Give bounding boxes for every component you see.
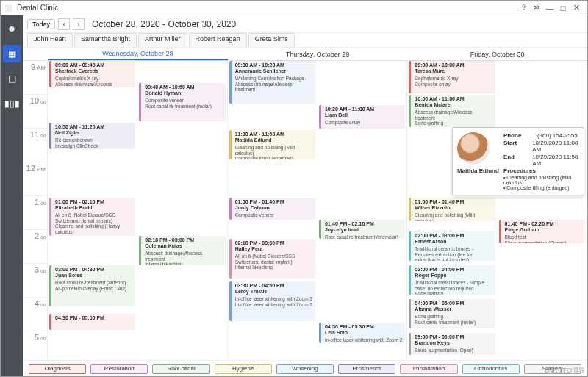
appointment[interactable]: 03:30 PM - 04:50 PMLeroy ThistleIn-offic…: [229, 281, 315, 321]
watermark: @51CTO博客: [544, 366, 585, 376]
app-logo: [5, 4, 12, 12]
appointment[interactable]: 02:10 PM - 03:00 PMColeman KulasAbscess …: [139, 236, 225, 265]
nav-user-icon[interactable]: ☻: [3, 20, 21, 37]
appointment[interactable]: 01:40 PM - 02:10 PMJoycelyn ImaiRoot can…: [319, 220, 405, 239]
calendar-grid[interactable]: 9 AM10 0011 0012 PM1 002 003 004 005 00 …: [23, 61, 587, 360]
appointment[interactable]: 01:00 PM - 01:40 PMJordy CahoonComposite…: [229, 198, 315, 220]
day-header[interactable]: Thursday, October 29: [228, 48, 408, 60]
close-icon[interactable]: ✕: [570, 3, 583, 12]
legend-item[interactable]: Prosthetics: [338, 364, 395, 374]
next-button[interactable]: ›: [73, 18, 85, 30]
toolbar: Today ‹ › October 28, 2020 - October 30,…: [23, 15, 587, 33]
legend-item[interactable]: Hygiene: [215, 364, 272, 374]
time-column: 9 AM10 0011 0012 PM1 002 003 004 005 00: [23, 61, 48, 360]
minimize-icon[interactable]: —: [543, 4, 556, 12]
appointment[interactable]: 04:30 PM - 05:00 PM: [49, 314, 135, 330]
legend-item[interactable]: Orthodontics: [462, 364, 520, 374]
legend-item[interactable]: Whitening: [276, 364, 334, 374]
legend-item[interactable]: Root canal: [152, 364, 209, 374]
appointment[interactable]: 11:00 AM - 11:50 AMMatilda EdlundCleanin…: [229, 130, 315, 159]
nav-analytics-icon[interactable]: ▮▯▮: [3, 95, 21, 112]
hour-label: 9 AM: [23, 61, 47, 95]
hour-label: 4 00: [23, 298, 47, 331]
appointment[interactable]: 09:00 AM - 10:20 AMAnnemarie SchlicherWh…: [229, 61, 315, 104]
doctor-tab[interactable]: Arthur Miller: [138, 33, 187, 47]
doctor-tab[interactable]: John Heart: [27, 33, 73, 47]
doctor-tab[interactable]: Robert Reagan: [189, 33, 247, 47]
hour-label: 10 00: [23, 95, 47, 129]
day-column[interactable]: 09:00 AM - 10:00 AMTeresa MureCephalomet…: [407, 61, 587, 360]
legend-item[interactable]: Diagnosis: [29, 364, 86, 374]
appointment[interactable]: 05:00 PM - 06:00 PMBrandon KeysSinus aug…: [409, 333, 495, 355]
settings-icon[interactable]: ✲: [530, 3, 543, 12]
hour-label: 11 00: [23, 129, 47, 162]
share-icon[interactable]: ⇪: [517, 3, 530, 12]
popup-patient-name: Matilda Edlund: [457, 168, 499, 174]
appointment[interactable]: 01:40 PM - 02:20 PMPaige GrahamBlood tes…: [499, 220, 585, 243]
side-nav: ☻ ▦ ◫ ▮▯▮: [1, 15, 23, 376]
day-column[interactable]: 09:00 AM - 09:40 AMSherlock EverettsCeph…: [48, 61, 228, 360]
day-headers: Wednesday, October 28Thursday, October 2…: [23, 48, 587, 61]
appointment[interactable]: 10:20 AM - 11:00 AMLiam BellComposite on…: [319, 105, 405, 129]
appointment[interactable]: 02:00 PM - 03:00 PMErnest AtsonTradition…: [409, 231, 495, 261]
doctor-tab[interactable]: Greta Sims: [248, 33, 295, 47]
hour-label: 12 PM: [23, 162, 47, 196]
legend-item[interactable]: Restoration: [90, 364, 148, 374]
doctor-tab[interactable]: Samantha Bright: [74, 33, 137, 47]
prev-button[interactable]: ‹: [58, 18, 70, 30]
legend-item[interactable]: Implantation: [400, 364, 457, 374]
appointment[interactable]: 09:40 AM - 10:50 AMDonald HymanComposite…: [139, 83, 225, 121]
nav-patients-icon[interactable]: ◫: [3, 70, 21, 87]
maximize-icon[interactable]: □: [556, 4, 570, 12]
date-range: October 28, 2020 - October 30, 2020: [92, 19, 236, 29]
appointment[interactable]: 10:50 AM - 11:25 AMNeil ZiglerRe-cement …: [49, 123, 135, 149]
category-legend: DiagnosisRestorationRoot canalHygieneWhi…: [23, 360, 587, 376]
appointment[interactable]: 04:00 PM - 05:00 PMAlanna WasserBone gra…: [409, 299, 495, 328]
appointment[interactable]: 03:00 PM - 04:00 PMRoger FoppeTraditiona…: [409, 265, 495, 295]
day-header[interactable]: Friday, October 30: [407, 48, 587, 60]
appointment[interactable]: 10:00 AM - 11:00 AMBenton MclareAbscess …: [409, 95, 495, 127]
day-column[interactable]: 09:00 AM - 10:20 AMAnnemarie SchlicherWh…: [228, 61, 408, 360]
patient-avatar: [457, 132, 490, 165]
appointment[interactable]: 09:00 AM - 10:00 AMTeresa MureCephalomet…: [409, 61, 495, 93]
doctor-tabs: John HeartSamantha BrightArthur MillerRo…: [23, 33, 587, 48]
appointment[interactable]: 09:00 AM - 09:40 AMSherlock EverettsCeph…: [49, 61, 135, 87]
today-button[interactable]: Today: [27, 19, 55, 29]
nav-calendar-icon[interactable]: ▦: [3, 45, 21, 62]
hour-label: 2 00: [23, 230, 47, 264]
appointment[interactable]: 04:50 PM - 05:30 PMLeia SoloIn-office la…: [319, 323, 405, 343]
appointment[interactable]: 01:00 PM - 01:40 PMWilber RizzutoCleanin…: [409, 198, 495, 221]
appointment-popup[interactable]: Matilda Edlund Phone(360) 154-2555 Start…: [452, 127, 584, 195]
day-header[interactable]: Wednesday, October 28: [48, 48, 228, 60]
hour-label: 1 00: [23, 196, 47, 230]
hour-label: 3 00: [23, 264, 47, 298]
app-title: Dental Clinic: [17, 4, 58, 12]
appointment[interactable]: 01:00 PM - 02:10 PMElizabeth BuddAll on …: [49, 198, 135, 236]
hour-label: 5 00: [23, 331, 47, 360]
appointment[interactable]: 02:10 PM - 03:30 PMHailey PeraAll on 6 (…: [229, 239, 315, 279]
appointment[interactable]: 03:00 PM - 04:30 PMJuan SolesRoot canal …: [49, 265, 135, 306]
titlebar: Dental Clinic ⇪ ✲ — □ ✕: [1, 1, 587, 15]
